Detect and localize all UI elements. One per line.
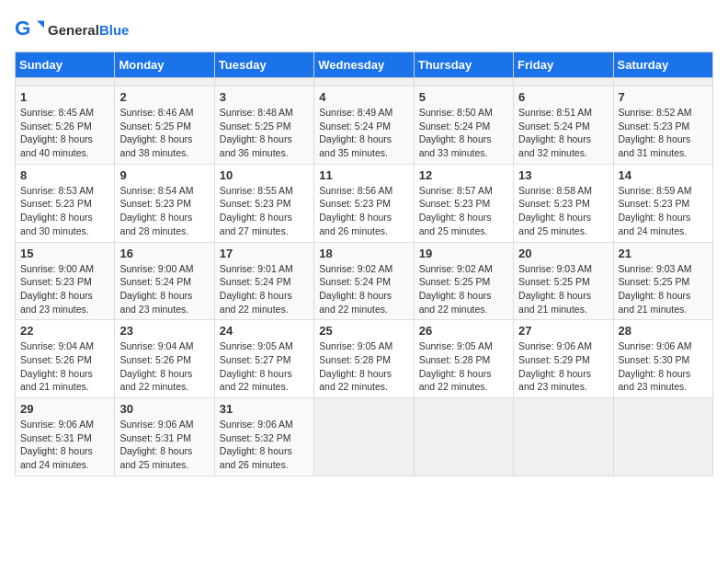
day-info: Sunrise: 9:02 AM bbox=[319, 262, 408, 276]
day-header-friday: Friday bbox=[514, 52, 613, 78]
day-info: Sunset: 5:25 PM bbox=[619, 275, 708, 289]
day-info: and 33 minutes. bbox=[419, 146, 508, 160]
day-info: and 28 minutes. bbox=[119, 224, 209, 238]
days-header-row: SundayMondayTuesdayWednesdayThursdayFrid… bbox=[16, 52, 713, 78]
calendar-cell: 10Sunrise: 8:55 AMSunset: 5:23 PMDayligh… bbox=[214, 164, 313, 242]
day-info: Daylight: 8 hours bbox=[20, 211, 109, 224]
day-info: and 22 minutes. bbox=[119, 380, 209, 394]
day-info: Sunset: 5:24 PM bbox=[518, 120, 608, 133]
day-info: and 36 minutes. bbox=[220, 146, 309, 160]
day-number: 9 bbox=[119, 168, 209, 182]
day-info: Daylight: 8 hours bbox=[119, 444, 209, 458]
week-row-5: 22Sunrise: 9:04 AMSunset: 5:26 PMDayligh… bbox=[16, 320, 713, 398]
day-info: Daylight: 8 hours bbox=[518, 289, 608, 303]
day-number: 5 bbox=[419, 90, 508, 104]
day-info: Sunset: 5:29 PM bbox=[518, 353, 608, 367]
day-info: Daylight: 8 hours bbox=[220, 132, 309, 146]
day-info: and 21 minutes. bbox=[20, 380, 109, 394]
day-info: and 25 minutes. bbox=[119, 458, 209, 472]
day-info: Sunrise: 8:53 AM bbox=[20, 184, 109, 198]
day-info: Daylight: 8 hours bbox=[319, 289, 408, 303]
day-info: Sunrise: 8:59 AM bbox=[619, 184, 708, 198]
calendar-cell: 30Sunrise: 9:06 AMSunset: 5:31 PMDayligh… bbox=[115, 398, 214, 477]
day-info: Daylight: 8 hours bbox=[119, 367, 209, 381]
calendar-cell: 29Sunrise: 9:06 AMSunset: 5:31 PMDayligh… bbox=[16, 398, 115, 477]
day-number: 6 bbox=[518, 90, 608, 104]
day-number: 20 bbox=[518, 247, 608, 260]
week-row-2: 1Sunrise: 8:45 AMSunset: 5:26 PMDaylight… bbox=[16, 86, 713, 165]
day-header-sunday: Sunday bbox=[16, 52, 115, 78]
svg-marker-1 bbox=[37, 20, 44, 28]
day-header-tuesday: Tuesday bbox=[214, 52, 313, 78]
day-info: Sunset: 5:32 PM bbox=[220, 431, 309, 445]
day-info: Sunset: 5:24 PM bbox=[319, 275, 408, 289]
day-info: Sunset: 5:24 PM bbox=[220, 275, 309, 289]
day-number: 23 bbox=[119, 324, 209, 338]
day-info: and 24 minutes. bbox=[619, 224, 708, 238]
day-info: Daylight: 8 hours bbox=[119, 132, 209, 146]
calendar-cell bbox=[314, 78, 414, 86]
day-info: Daylight: 8 hours bbox=[220, 444, 309, 458]
day-info: Daylight: 8 hours bbox=[220, 289, 309, 303]
day-number: 28 bbox=[619, 324, 708, 338]
week-row-4: 15Sunrise: 9:00 AMSunset: 5:23 PMDayligh… bbox=[16, 242, 713, 320]
calendar-cell bbox=[414, 78, 513, 86]
day-number: 16 bbox=[119, 247, 209, 260]
calendar-cell: 24Sunrise: 9:05 AMSunset: 5:27 PMDayligh… bbox=[214, 320, 313, 398]
day-info: Sunrise: 9:03 AM bbox=[518, 262, 608, 276]
calendar-cell: 19Sunrise: 9:02 AMSunset: 5:25 PMDayligh… bbox=[414, 242, 513, 320]
calendar-cell: 22Sunrise: 9:04 AMSunset: 5:26 PMDayligh… bbox=[16, 320, 115, 398]
day-info: Sunset: 5:26 PM bbox=[20, 353, 109, 367]
day-number: 22 bbox=[20, 324, 109, 338]
day-info: Sunrise: 8:57 AM bbox=[419, 184, 508, 198]
day-info: Sunset: 5:24 PM bbox=[319, 120, 408, 133]
calendar-cell bbox=[414, 398, 513, 477]
day-number: 26 bbox=[419, 324, 508, 338]
calendar-cell: 15Sunrise: 9:00 AMSunset: 5:23 PMDayligh… bbox=[16, 242, 115, 320]
week-row-3: 8Sunrise: 8:53 AMSunset: 5:23 PMDaylight… bbox=[16, 164, 713, 242]
day-number: 19 bbox=[419, 247, 508, 260]
calendar-cell bbox=[214, 78, 313, 86]
calendar-cell: 5Sunrise: 8:50 AMSunset: 5:24 PMDaylight… bbox=[414, 86, 513, 165]
day-info: Sunrise: 9:03 AM bbox=[619, 262, 708, 276]
calendar-cell: 6Sunrise: 8:51 AMSunset: 5:24 PMDaylight… bbox=[514, 86, 613, 165]
day-number: 24 bbox=[220, 324, 309, 338]
day-info: Sunset: 5:30 PM bbox=[619, 353, 708, 367]
calendar-cell: 16Sunrise: 9:00 AMSunset: 5:24 PMDayligh… bbox=[115, 242, 214, 320]
day-info: Sunrise: 9:05 AM bbox=[319, 339, 408, 353]
calendar-cell: 4Sunrise: 8:49 AMSunset: 5:24 PMDaylight… bbox=[314, 86, 414, 165]
day-info: Sunset: 5:23 PM bbox=[319, 197, 408, 211]
calendar-cell: 7Sunrise: 8:52 AMSunset: 5:23 PMDaylight… bbox=[613, 86, 712, 165]
day-info: Sunset: 5:26 PM bbox=[119, 353, 209, 367]
day-info: Sunset: 5:25 PM bbox=[419, 275, 508, 289]
week-row-1 bbox=[16, 78, 713, 86]
day-number: 8 bbox=[20, 168, 109, 182]
day-info: and 25 minutes. bbox=[419, 224, 508, 238]
logo-text: GeneralBlue bbox=[48, 22, 129, 38]
day-info: and 23 minutes. bbox=[619, 380, 708, 394]
day-info: and 23 minutes. bbox=[518, 380, 608, 394]
day-info: Sunrise: 9:05 AM bbox=[419, 339, 508, 353]
day-info: Daylight: 8 hours bbox=[518, 367, 608, 381]
day-info: Sunrise: 9:02 AM bbox=[419, 262, 508, 276]
day-info: and 22 minutes. bbox=[319, 303, 408, 316]
day-info: Sunrise: 8:50 AM bbox=[419, 106, 508, 120]
day-info: Daylight: 8 hours bbox=[220, 367, 309, 381]
day-number: 1 bbox=[20, 90, 109, 104]
day-info: Daylight: 8 hours bbox=[319, 132, 408, 146]
calendar-cell: 28Sunrise: 9:06 AMSunset: 5:30 PMDayligh… bbox=[613, 320, 712, 398]
logo: G GeneralBlue bbox=[15, 15, 129, 44]
day-number: 11 bbox=[319, 168, 408, 182]
week-row-6: 29Sunrise: 9:06 AMSunset: 5:31 PMDayligh… bbox=[16, 398, 713, 477]
day-info: Daylight: 8 hours bbox=[119, 289, 209, 303]
day-info: Sunrise: 8:52 AM bbox=[619, 106, 708, 120]
day-info: and 21 minutes. bbox=[619, 303, 708, 316]
calendar-cell: 1Sunrise: 8:45 AMSunset: 5:26 PMDaylight… bbox=[16, 86, 115, 165]
day-info: Sunset: 5:26 PM bbox=[20, 120, 109, 133]
day-info: Sunset: 5:23 PM bbox=[619, 197, 708, 211]
day-header-saturday: Saturday bbox=[613, 52, 712, 78]
day-info: and 32 minutes. bbox=[518, 146, 608, 160]
day-info: Sunset: 5:23 PM bbox=[220, 197, 309, 211]
day-info: Daylight: 8 hours bbox=[419, 367, 508, 381]
calendar-cell bbox=[514, 78, 613, 86]
